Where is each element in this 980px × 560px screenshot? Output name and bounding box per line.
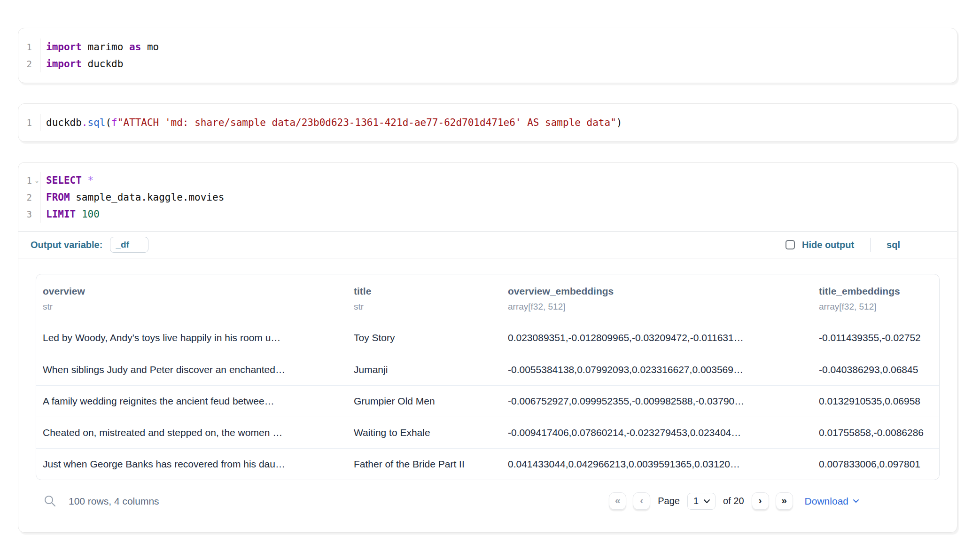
column-name: title xyxy=(354,286,495,297)
code-token: sample_data.kaggle.movies xyxy=(70,192,225,203)
prev-page-button[interactable]: ‹ xyxy=(633,492,650,510)
cell-overview: When siblings Judy and Peter discover an… xyxy=(36,354,347,385)
table-row: Cheated on, mistreated and stepped on, t… xyxy=(36,417,939,448)
code-content[interactable]: LIMIT 100 xyxy=(40,206,957,223)
column-type: array[f32, 512] xyxy=(508,302,806,312)
next-page-button[interactable]: › xyxy=(752,492,769,510)
code-cell-attach: 1duckdb.sql(f"ATTACH 'md:_share/sample_d… xyxy=(18,103,957,142)
column-header-title_embeddings[interactable]: title_embeddingsarray[f32, 512] xyxy=(812,274,939,322)
cell-title: Father of the Bride Part II xyxy=(347,448,501,480)
download-label: Download xyxy=(805,496,848,507)
line-number: 2 xyxy=(18,189,40,206)
column-type: array[f32, 512] xyxy=(819,302,933,312)
code-line[interactable]: 2import duckdb xyxy=(18,55,957,72)
sql-cell: 1⌄SELECT *2FROM sample_data.kaggle.movie… xyxy=(18,162,957,533)
code-token: duckdb xyxy=(82,58,124,70)
code-editor-attach[interactable]: 1duckdb.sql(f"ATTACH 'md:_share/sample_d… xyxy=(18,104,957,141)
code-line[interactable]: 2FROM sample_data.kaggle.movies xyxy=(18,189,957,206)
code-line[interactable]: 1import marimo as mo xyxy=(18,39,957,55)
cell-title: Jumanji xyxy=(347,354,501,385)
last-page-button[interactable]: » xyxy=(776,492,793,510)
code-token: FROM xyxy=(46,192,70,203)
row-count-summary: 100 rows, 4 columns xyxy=(69,496,159,507)
language-label[interactable]: sql xyxy=(887,240,900,250)
column-header-overview[interactable]: overviewstr xyxy=(36,274,347,322)
table-row: A family wedding reignites the ancient f… xyxy=(36,385,939,417)
pagination: « ‹ Page 1 of 20 › » xyxy=(609,492,793,510)
hide-output-label[interactable]: Hide output xyxy=(802,240,854,250)
page-select[interactable]: 1 xyxy=(687,493,716,510)
table-footer: 100 rows, 4 columns « ‹ Page 1 of 20 › » xyxy=(18,480,957,532)
data-table: overviewstrtitlestroverview_embeddingsar… xyxy=(36,274,940,480)
code-token: SELECT xyxy=(46,175,82,186)
code-line[interactable]: 3LIMIT 100 xyxy=(18,206,957,223)
line-number: 2 xyxy=(18,55,40,72)
download-button[interactable]: Download xyxy=(805,496,859,507)
code-token: f xyxy=(111,117,117,128)
column-type: str xyxy=(354,302,495,312)
table-row: When siblings Judy and Peter discover an… xyxy=(36,354,939,385)
chevron-down-icon xyxy=(853,499,859,503)
code-content[interactable]: import marimo as mo xyxy=(40,39,957,55)
column-header-overview_embeddings[interactable]: overview_embeddingsarray[f32, 512] xyxy=(501,274,812,322)
cell-overview: Led by Woody, Andy's toys live happily i… xyxy=(36,322,347,354)
code-token: LIMIT xyxy=(46,209,76,220)
cell-overview_embeddings: 0.023089351,-0.012809965,-0.03209472,-0.… xyxy=(501,322,812,354)
code-token: . xyxy=(82,117,88,128)
code-line[interactable]: 1duckdb.sql(f"ATTACH 'md:_share/sample_d… xyxy=(18,114,957,131)
column-name: title_embeddings xyxy=(819,286,933,297)
code-token: duckdb xyxy=(46,117,82,128)
output-variable-bar: Output variable: Hide output sql xyxy=(18,231,957,258)
code-content[interactable]: SELECT * xyxy=(40,172,957,189)
code-token xyxy=(76,209,82,220)
code-editor-sql[interactable]: 1⌄SELECT *2FROM sample_data.kaggle.movie… xyxy=(18,163,957,231)
cell-title_embeddings: 0.007833006,0.097801 xyxy=(812,448,939,480)
cell-title_embeddings: 0.0132910535,0.06958 xyxy=(812,385,939,417)
table-body: Led by Woody, Andy's toys live happily i… xyxy=(36,322,939,480)
code-token xyxy=(82,175,88,186)
cell-title: Grumpier Old Men xyxy=(347,385,501,417)
column-type: str xyxy=(43,302,341,312)
notebook-page: 1import marimo as mo2import duckdb 1duck… xyxy=(0,0,980,533)
output-variable-input[interactable] xyxy=(110,237,148,253)
code-content[interactable]: duckdb.sql(f"ATTACH 'md:_share/sample_da… xyxy=(40,114,957,131)
total-pages-label: of 20 xyxy=(723,496,744,506)
code-token: as xyxy=(129,41,141,53)
code-token: ( xyxy=(105,117,111,128)
column-name: overview xyxy=(43,286,341,297)
table-output-section: overviewstrtitlestroverview_embeddingsar… xyxy=(18,258,957,480)
search-icon[interactable] xyxy=(44,495,56,507)
cell-title_embeddings: -0.011439355,-0.02752 xyxy=(812,322,939,354)
cell-overview_embeddings: -0.006752927,0.099952355,-0.009982588,-0… xyxy=(501,385,812,417)
code-content[interactable]: FROM sample_data.kaggle.movies xyxy=(40,189,957,206)
cell-title_embeddings: -0.040386293,0.06845 xyxy=(812,354,939,385)
code-cell-imports: 1import marimo as mo2import duckdb xyxy=(18,28,957,83)
code-token: sql xyxy=(88,117,106,128)
table-row: Led by Woody, Andy's toys live happily i… xyxy=(36,322,939,354)
table-row: Just when George Banks has recovered fro… xyxy=(36,448,939,480)
output-variable-label: Output variable: xyxy=(31,240,102,250)
cell-title_embeddings: 0.01755858,-0.0086286 xyxy=(812,417,939,448)
code-editor-imports[interactable]: 1import marimo as mo2import duckdb xyxy=(18,28,957,83)
code-token: marimo xyxy=(82,41,129,53)
code-token: ) xyxy=(616,117,622,128)
cell-overview_embeddings: -0.009417406,0.07860214,-0.023279453,0.0… xyxy=(501,417,812,448)
page-label: Page xyxy=(658,496,680,506)
hide-output-checkbox[interactable] xyxy=(786,240,795,249)
column-header-title[interactable]: titlestr xyxy=(347,274,501,322)
code-token: mo xyxy=(141,41,159,53)
code-token: "ATTACH 'md:_share/sample_data/23b0d623-… xyxy=(117,117,616,128)
divider xyxy=(870,238,871,252)
cell-overview_embeddings: -0.0055384138,0.07992093,0.023316627,0.0… xyxy=(501,354,812,385)
cell-title: Waiting to Exhale xyxy=(347,417,501,448)
line-number: 1 xyxy=(18,114,40,131)
cell-overview: A family wedding reignites the ancient f… xyxy=(36,385,347,417)
code-token: import xyxy=(46,41,82,53)
first-page-button[interactable]: « xyxy=(609,492,626,510)
code-content[interactable]: import duckdb xyxy=(40,55,957,72)
line-number: 1 xyxy=(18,39,40,55)
cell-overview_embeddings: 0.041433044,0.042966213,0.0039591365,0.0… xyxy=(501,448,812,480)
fold-chevron-icon[interactable]: ⌄ xyxy=(34,172,39,189)
code-line[interactable]: 1⌄SELECT * xyxy=(18,172,957,189)
page-select-value: 1 xyxy=(693,496,699,506)
